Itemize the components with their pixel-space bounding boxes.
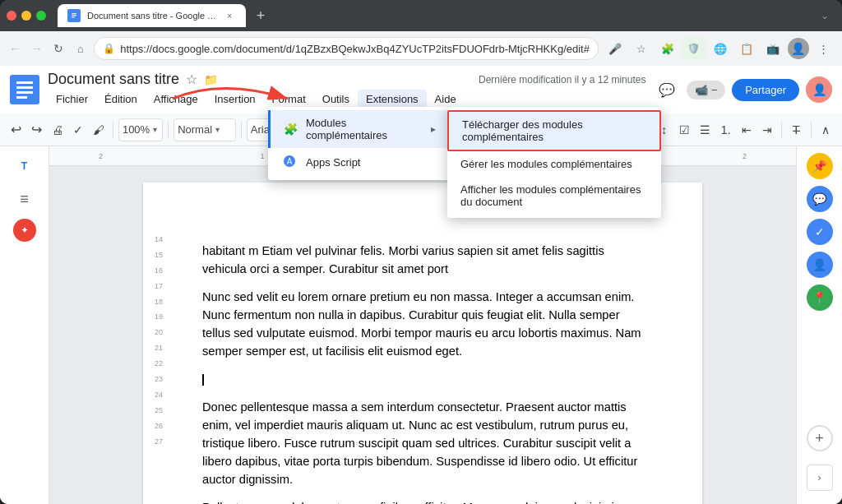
reload-button[interactable]: ↻: [50, 37, 67, 60]
svg-rect-1: [72, 13, 76, 14]
keep-button[interactable]: 📌: [807, 153, 833, 179]
screenshot-icon[interactable]: 📋: [735, 37, 758, 60]
microphone-icon[interactable]: 🎤: [604, 37, 627, 60]
tab-title: Document sans titre - Google …: [87, 11, 216, 21]
maximize-button[interactable]: [36, 11, 46, 21]
menu-affichage[interactable]: Affichage: [146, 90, 206, 109]
para1-text: habitant m Etiam vel pulvinar felis. Mor…: [202, 244, 604, 275]
puzzle-icon: 🧩: [284, 123, 298, 136]
sidebar-expand-button[interactable]: ›: [807, 465, 833, 491]
menu-extensions[interactable]: Extensions: [358, 90, 427, 109]
separator-2: [168, 122, 169, 138]
active-tab[interactable]: Document sans titre - Google … ×: [58, 4, 246, 27]
star-icon[interactable]: ☆: [186, 72, 197, 87]
main-area: T ≡ ✦ 2 1 | 1 2: [0, 146, 842, 504]
undo-button[interactable]: ↩: [7, 118, 25, 141]
indent-decrease-button[interactable]: ⇤: [737, 118, 756, 141]
page-container[interactable]: 14 15 16 17 18 19 20 21 22 23 24 25: [49, 166, 796, 504]
svg-rect-7: [16, 91, 33, 94]
minimize-button[interactable]: [21, 11, 31, 21]
modules-complementaires-item[interactable]: 🧩 Modules complémentaires ▸: [268, 110, 449, 148]
gerer-modules-item[interactable]: Gérer les modules complémentaires: [447, 151, 661, 177]
menu-edition[interactable]: Édition: [96, 90, 146, 109]
calendar-button[interactable]: ✓: [807, 219, 833, 245]
telecharger-modules-item[interactable]: Télécharger des modules complémentaires: [447, 110, 661, 151]
paragraph-1[interactable]: habitant m Etiam vel pulvinar felis. Mor…: [202, 242, 643, 278]
contacts-button[interactable]: 👤: [807, 252, 833, 278]
paragraph-3[interactable]: Donec pellentesque massa a sem interdum …: [202, 398, 643, 488]
gerer-label: Gérer les modules complémentaires: [460, 158, 632, 170]
user-profile-avatar[interactable]: 👤: [806, 76, 832, 103]
maps-button[interactable]: 📍: [807, 284, 833, 311]
close-button[interactable]: [7, 11, 16, 21]
redo-button[interactable]: ↪: [27, 118, 46, 141]
bullet-list-button[interactable]: ☰: [696, 118, 715, 141]
share-button[interactable]: Partager: [732, 79, 799, 101]
svg-rect-4: [10, 75, 39, 104]
back-button[interactable]: ←: [7, 37, 24, 60]
video-call-button[interactable]: 📹 –: [687, 81, 725, 99]
url-text: https://docs.google.com/document/d/1qZBz…: [120, 43, 590, 55]
checklist-button[interactable]: ☑: [675, 118, 694, 141]
video-icon: 📹: [695, 84, 708, 96]
extension-icon[interactable]: 🧩: [656, 37, 679, 60]
menu-outils[interactable]: Outils: [314, 90, 358, 109]
svg-rect-2: [72, 15, 76, 16]
zoom-dropdown-icon: ▾: [153, 125, 157, 134]
telecharger-label: Télécharger des modules complémentaires: [462, 118, 646, 143]
indent-increase-button[interactable]: ⇥: [757, 118, 776, 141]
afficher-modules-item[interactable]: Afficher les modules complémentaires du …: [447, 177, 661, 215]
translate-icon[interactable]: 🌐: [709, 37, 732, 60]
paragraph-2[interactable]: Nunc sed velit eu lorem ornare pretium e…: [202, 288, 643, 360]
tab-close-button[interactable]: ×: [223, 9, 236, 22]
arrow-right-icon: ▸: [431, 123, 436, 135]
cursor-line[interactable]: [202, 370, 643, 388]
forward-button[interactable]: →: [29, 37, 46, 60]
afficher-label: Afficher les modules complémentaires du …: [460, 183, 648, 208]
translation-button[interactable]: T: [12, 153, 38, 179]
menu-aide[interactable]: Aide: [427, 90, 465, 109]
user-avatar[interactable]: 👤: [788, 38, 809, 59]
cast-icon[interactable]: 📺: [761, 37, 784, 60]
folder-icon[interactable]: 📁: [204, 73, 218, 86]
chat-button[interactable]: 💬: [807, 186, 833, 212]
menu-format[interactable]: Format: [264, 90, 314, 109]
para3-text: Donec pellentesque massa a sem interdum …: [202, 400, 637, 486]
paragraph-4[interactable]: Pellentesque sodales metus non finibus e…: [202, 498, 643, 504]
expand-toolbar-button[interactable]: ∧: [817, 118, 835, 141]
tab-bar: Document sans titre - Google … × +: [58, 4, 789, 27]
new-tab-button[interactable]: +: [249, 4, 272, 27]
paint-format-button[interactable]: 🖌: [89, 118, 108, 141]
address-bar[interactable]: 🔒 https://docs.google.com/document/d/1qZ…: [94, 37, 599, 60]
menu-insertion[interactable]: Insertion: [206, 90, 264, 109]
bookmark-icon[interactable]: ☆: [630, 37, 653, 60]
comment-button[interactable]: 💬: [654, 76, 680, 103]
more-options-icon[interactable]: ⋮: [812, 37, 835, 60]
numbered-list-button[interactable]: 1.: [716, 118, 735, 141]
gemini-button[interactable]: ✦: [13, 219, 36, 242]
add-sidebar-button[interactable]: +: [807, 425, 833, 451]
apps-script-label: Apps Script: [306, 156, 360, 169]
title-bar: Document sans titre - Google … × + ⌄: [0, 0, 842, 31]
browser-controls: ← → ↻ ⌂ 🔒 https://docs.google.com/docume…: [0, 31, 842, 66]
document-page[interactable]: 14 15 16 17 18 19 20 21 22 23 24 25: [143, 183, 702, 504]
spellcheck-button[interactable]: ✓: [68, 118, 87, 141]
separator-10: [781, 122, 782, 138]
line-numbers: 14 15 16 17 18 19 20 21 22 23 24 25: [155, 232, 163, 449]
svg-rect-6: [16, 86, 33, 89]
document-outline-button[interactable]: ≡: [12, 186, 38, 212]
zoom-select[interactable]: 100% ▾: [118, 118, 163, 141]
shield-icon[interactable]: 🛡️: [682, 37, 706, 60]
clear-format-button[interactable]: T̶: [787, 118, 806, 141]
separator-3: [241, 122, 242, 138]
home-button[interactable]: ⌂: [72, 37, 90, 60]
apps-script-item[interactable]: A Apps Script: [268, 148, 449, 177]
menu-fichier[interactable]: Fichier: [48, 90, 96, 109]
sub-dropdown-menu: Télécharger des modules complémentaires …: [447, 107, 661, 218]
style-select[interactable]: Normal ▾: [173, 118, 236, 141]
svg-rect-5: [16, 81, 33, 84]
print-button[interactable]: 🖨: [48, 118, 67, 141]
svg-rect-3: [72, 16, 75, 17]
para4-text: Pellentesque sodales metus non finibus e…: [202, 501, 641, 504]
document-title[interactable]: Document sans titre: [48, 71, 179, 88]
